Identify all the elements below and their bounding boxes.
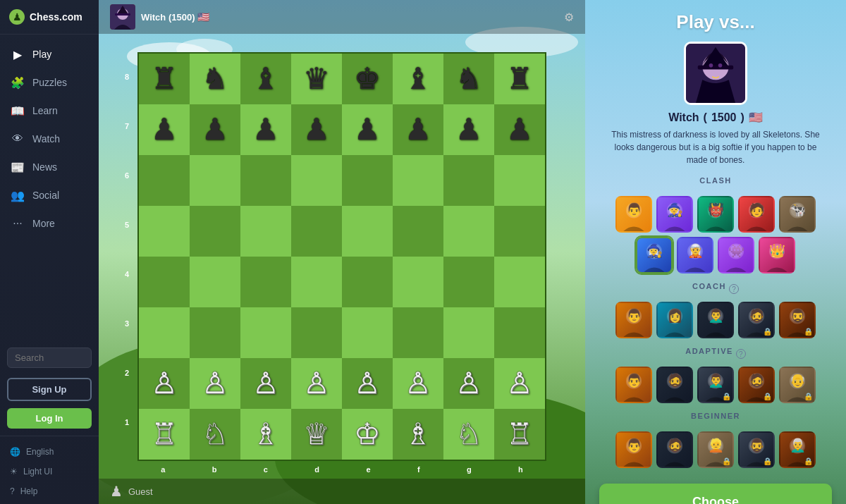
- board-cell[interactable]: ♖: [139, 409, 190, 460]
- board-cell[interactable]: [240, 257, 291, 307]
- bot-coach2[interactable]: 👩: [656, 302, 693, 338]
- board-cell[interactable]: ♘: [443, 409, 494, 460]
- board-cell[interactable]: ♘: [190, 409, 240, 460]
- bot-coach3[interactable]: 👨‍🦱: [697, 302, 734, 338]
- board-cell[interactable]: [240, 307, 291, 358]
- board-cell[interactable]: ♝: [240, 54, 291, 104]
- bot-clash8[interactable]: 👾: [718, 237, 754, 273]
- bot-clash4[interactable]: 🧑: [738, 196, 775, 233]
- board-cell[interactable]: [443, 206, 494, 257]
- board-cell[interactable]: ♕: [291, 409, 342, 460]
- board-cell[interactable]: ♟: [291, 104, 342, 155]
- bot-clash7[interactable]: 🧝: [677, 237, 713, 273]
- board-cell[interactable]: [494, 307, 545, 358]
- board-cell[interactable]: ♛: [291, 54, 342, 104]
- board-cell[interactable]: ♗: [240, 409, 291, 460]
- board-cell[interactable]: ♚: [342, 54, 393, 104]
- board-cell[interactable]: [291, 155, 342, 206]
- board-cell[interactable]: ♟: [342, 104, 393, 155]
- board-cell[interactable]: [342, 307, 393, 358]
- board-cell[interactable]: [240, 206, 291, 257]
- board-cell[interactable]: [393, 206, 443, 257]
- board-cell[interactable]: [139, 155, 190, 206]
- board-cell[interactable]: ♖: [494, 409, 545, 460]
- bottom-item-help[interactable]: ? Help: [0, 481, 99, 501]
- bot-adapt2[interactable]: 🧔: [656, 367, 693, 403]
- board-cell[interactable]: [342, 206, 393, 257]
- bot-beg1[interactable]: 👨: [615, 431, 652, 468]
- board-cell[interactable]: [291, 307, 342, 358]
- bot-coach1[interactable]: 👨: [615, 302, 652, 338]
- bot-adapt1[interactable]: 👨: [615, 367, 652, 403]
- sidebar-item-puzzles[interactable]: 🧩 Puzzles: [0, 68, 99, 97]
- sidebar-item-news[interactable]: 📰 News: [0, 153, 99, 181]
- board-cell[interactable]: ♔: [342, 409, 393, 460]
- board-cell[interactable]: [190, 257, 240, 307]
- bot-clash9[interactable]: 👑: [759, 237, 795, 273]
- bottom-item-language[interactable]: 🌐 English: [0, 442, 99, 462]
- board-cell[interactable]: [443, 155, 494, 206]
- board-cell[interactable]: [342, 155, 393, 206]
- board-cell[interactable]: ♝: [393, 54, 443, 104]
- board-cell[interactable]: [494, 155, 545, 206]
- board-cell[interactable]: [443, 307, 494, 358]
- bot-beg4[interactable]: 🧔‍♂ 🔒: [738, 431, 775, 468]
- board-cell[interactable]: [291, 257, 342, 307]
- board-cell[interactable]: ♗: [393, 409, 443, 460]
- bot-beg5[interactable]: 👨‍🦳 🔒: [779, 431, 816, 468]
- board-cell[interactable]: ♙: [139, 358, 190, 409]
- board-cell[interactable]: ♙: [393, 358, 443, 409]
- board-cell[interactable]: ♞: [443, 54, 494, 104]
- bot-clash5[interactable]: 🐄: [779, 196, 816, 233]
- choose-button[interactable]: Choose: [599, 484, 832, 504]
- bot-clash1[interactable]: 👨: [615, 196, 652, 233]
- board-cell[interactable]: [139, 257, 190, 307]
- category-coach-info[interactable]: ?: [729, 284, 739, 294]
- board-cell[interactable]: [393, 257, 443, 307]
- board-cell[interactable]: [443, 257, 494, 307]
- board-cell[interactable]: ♙: [443, 358, 494, 409]
- board-cell[interactable]: [291, 206, 342, 257]
- sidebar-item-social[interactable]: 👥 Social: [0, 181, 99, 209]
- bot-beg3[interactable]: 👱 🔒: [697, 431, 734, 468]
- board-cell[interactable]: [190, 206, 240, 257]
- search-input[interactable]: [7, 348, 92, 368]
- sidebar-item-more[interactable]: ··· More: [0, 209, 99, 238]
- logo[interactable]: ♟ Chess.com: [0, 0, 99, 35]
- sidebar-item-watch[interactable]: 👁 Watch: [0, 125, 99, 153]
- board-cell[interactable]: [240, 155, 291, 206]
- board-cell[interactable]: [494, 257, 545, 307]
- board-cell[interactable]: ♙: [190, 358, 240, 409]
- board-cell[interactable]: ♟: [393, 104, 443, 155]
- sidebar-item-play[interactable]: ▶ Play: [0, 40, 99, 68]
- board-cell[interactable]: ♟: [139, 104, 190, 155]
- board-cell[interactable]: ♞: [190, 54, 240, 104]
- chess-board[interactable]: ♜♞♝♛♚♝♞♜♟♟♟♟♟♟♟♟♙♙♙♙♙♙♙♙♖♘♗♕♔♗♘♖: [137, 52, 546, 461]
- board-cell[interactable]: ♟: [240, 104, 291, 155]
- bot-adapt3[interactable]: 👨‍🦱 🔒: [697, 367, 734, 403]
- board-cell[interactable]: ♙: [291, 358, 342, 409]
- bot-coach4[interactable]: 🧔 🔒: [738, 302, 775, 338]
- board-cell[interactable]: ♟: [494, 104, 545, 155]
- board-cell[interactable]: ♜: [139, 54, 190, 104]
- sidebar-item-learn[interactable]: 📖 Learn: [0, 97, 99, 125]
- bot-adapt4[interactable]: 🧔 🔒: [738, 367, 775, 403]
- board-cell[interactable]: ♙: [494, 358, 545, 409]
- category-adaptive-info[interactable]: ?: [736, 349, 746, 359]
- board-cell[interactable]: [494, 206, 545, 257]
- board-cell[interactable]: [139, 206, 190, 257]
- board-cell[interactable]: ♜: [494, 54, 545, 104]
- bot-coach5[interactable]: 🧔‍♂ 🔒: [779, 302, 816, 338]
- board-cell[interactable]: [190, 155, 240, 206]
- board-cell[interactable]: ♟: [443, 104, 494, 155]
- bot-adapt5[interactable]: 👴 🔒: [779, 367, 816, 403]
- signup-button[interactable]: Sign Up: [7, 378, 92, 401]
- bot-clash3[interactable]: 👹: [697, 196, 734, 233]
- board-cell[interactable]: [393, 307, 443, 358]
- login-button[interactable]: Log In: [7, 408, 92, 429]
- board-cell[interactable]: ♙: [342, 358, 393, 409]
- settings-button[interactable]: ⚙: [564, 11, 574, 24]
- bot-beg2[interactable]: 🧔: [656, 431, 693, 468]
- bottom-item-theme[interactable]: ☀ Light UI: [0, 462, 99, 481]
- bot-clash2[interactable]: 🧙: [656, 196, 693, 233]
